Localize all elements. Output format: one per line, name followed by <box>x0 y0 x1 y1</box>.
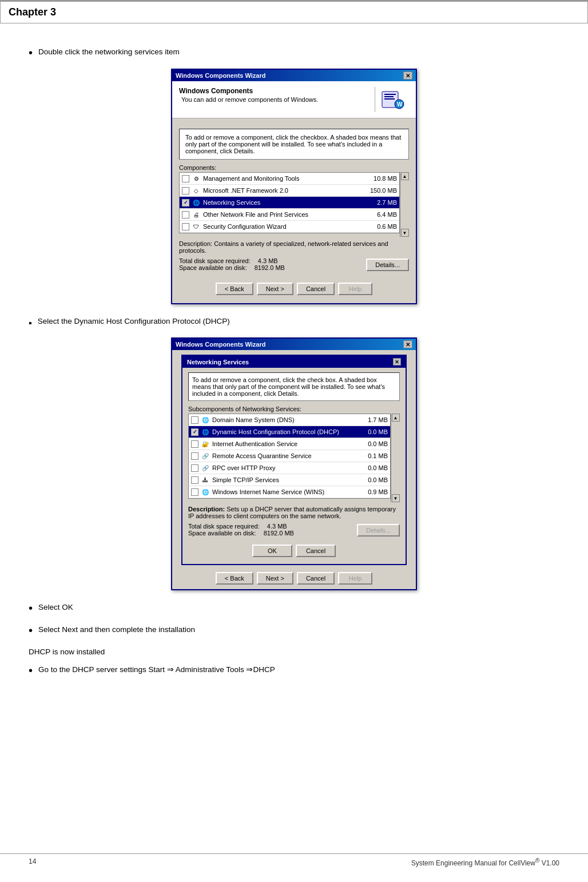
dialog1: Windows Components Wizard ✕ Windows Comp… <box>171 69 417 304</box>
dialog1-back-btn[interactable]: < Back <box>216 283 253 295</box>
bullet-5-text: Go to the DHCP server settings Start ⇒ A… <box>38 664 275 676</box>
dialog1-btn-row: < Back Next > Cancel Help <box>179 279 409 297</box>
subcomp-name-5: Simple TCP/IP Services <box>212 476 362 483</box>
cb-3[interactable] <box>182 211 189 218</box>
comp-name-4: Security Configuration Wizard <box>203 223 371 230</box>
scroll-up[interactable]: ▲ <box>401 172 409 180</box>
dialog2-inner-title: Networking Services <box>187 359 249 365</box>
subcomp-name-6: Windows Internet Name Service (WINS) <box>212 488 362 495</box>
component-item-3[interactable]: 🖨 Other Network File and Print Services … <box>180 209 399 221</box>
disk2-req-label: Total disk space required: <box>188 523 260 530</box>
svg-rect-2 <box>384 96 394 97</box>
comp-name-1: Microsoft .NET Framework 2.0 <box>203 187 364 194</box>
comp-size-2: 2.7 MB <box>371 199 397 206</box>
icon-1: ◇ <box>192 186 201 195</box>
dialog2-outer-btn-row: < Back Next > Cancel Help <box>172 570 416 589</box>
sub-icon-0: 🌐 <box>201 415 210 424</box>
dialog1-inner-panel: To add or remove a component, click the … <box>179 129 409 160</box>
subcomp-item-6[interactable]: 🌐 Windows Internet Name Service (WINS) 0… <box>189 486 390 498</box>
component-item-4[interactable]: 🛡 Security Configuration Wizard 0.6 MB <box>180 221 399 233</box>
dialog2-outer-cancel-btn[interactable]: Cancel <box>297 572 335 585</box>
dialog1-wizard-icon: W <box>380 87 405 112</box>
sub-cb-6[interactable] <box>191 488 198 496</box>
sub-cb-4[interactable] <box>191 464 198 472</box>
dialog2-desc-label: Description: <box>188 506 225 512</box>
subcomp-size-6: 0.9 MB <box>362 488 388 495</box>
dialog2-inner-body: To add or remove a component, click the … <box>182 368 406 564</box>
sub-cb-5[interactable] <box>191 476 198 484</box>
sub-cb-0[interactable] <box>191 416 198 424</box>
component-item-0[interactable]: ⚙ Management and Monitoring Tools 10.8 M… <box>180 173 399 185</box>
subcomp-name-1: Dynamic Host Configuration Protocol (DHC… <box>212 428 362 435</box>
bullet-1-text: Double click the networking services ite… <box>38 46 180 58</box>
dialog2-outer-close[interactable]: ✕ <box>403 340 412 348</box>
subcomp-size-2: 0.0 MB <box>362 440 388 447</box>
subcomp-item-0[interactable]: 🌐 Domain Name System (DNS) 1.7 MB <box>189 414 390 426</box>
subcomp-name-2: Internet Authentication Service <box>212 440 362 447</box>
dialog2-next-btn[interactable]: Next > <box>257 572 293 585</box>
dialog2-details-btn[interactable]: Details... <box>357 524 400 537</box>
dialog1-component-list-area: ⚙ Management and Monitoring Tools 10.8 M… <box>179 172 409 237</box>
page-footer: 14 System Engineering Manual for CellVie… <box>0 853 588 871</box>
disk2-avail-val: 8192.0 MB <box>264 530 294 537</box>
dialog2-scrollbar[interactable]: ▲ ▼ <box>391 414 400 502</box>
dialog2-description: Description: Sets up a DHCP server that … <box>188 506 400 519</box>
bullet-item-3: • Select OK <box>29 602 559 616</box>
dialog1-close-btn[interactable]: ✕ <box>403 71 412 80</box>
sub-cb-2[interactable] <box>191 440 198 448</box>
icon-2: 🌐 <box>192 198 201 207</box>
bullet-3-text: Select OK <box>38 602 73 613</box>
scroll-down[interactable]: ▼ <box>401 229 409 237</box>
bullet-item-5: • Go to the DHCP server settings Start ⇒… <box>29 664 559 678</box>
dialog1-wrapper: Windows Components Wizard ✕ Windows Comp… <box>29 69 559 304</box>
subcomp-item-5[interactable]: 🖧 Simple TCP/IP Services 0.0 MB <box>189 474 390 486</box>
bullet-item-1: • Double click the networking services i… <box>29 46 559 61</box>
subcomp-item-1[interactable]: ✓ 🌐 Dynamic Host Configuration Protocol … <box>189 426 390 438</box>
dialog2-cancel-btn[interactable]: Cancel <box>296 545 336 557</box>
disk2-avail-row: Space available on disk: 8192.0 MB <box>188 530 294 537</box>
component-item-1[interactable]: ◇ Microsoft .NET Framework 2.0 150.0 MB <box>180 185 399 197</box>
dialog1-next-btn[interactable]: Next > <box>257 283 293 295</box>
dialog1-scrollbar[interactable]: ▲ ▼ <box>400 172 409 237</box>
subcomp-item-4[interactable]: 🔗 RPC over HTTP Proxy 0.0 MB <box>189 462 390 474</box>
dialog1-diskspace: Total disk space required: 4.3 MB Space … <box>179 257 285 271</box>
footer-page-number: 14 <box>29 857 36 867</box>
dialog2-ok-btn[interactable]: OK <box>252 545 292 557</box>
dialog1-diskspace-area: Total disk space required: 4.3 MB Space … <box>179 257 409 276</box>
dialog1-details-btn[interactable]: Details... <box>366 259 409 271</box>
comp-size-1: 150.0 MB <box>364 187 397 194</box>
cb-4[interactable] <box>182 223 189 231</box>
sub-scroll-down[interactable]: ▼ <box>392 494 400 502</box>
dialog1-cancel-btn[interactable]: Cancel <box>297 283 335 295</box>
disk-req-val: 4.3 MB <box>258 257 278 264</box>
dialog1-section-title: Windows Components <box>179 87 375 95</box>
sub-icon-5: 🖧 <box>201 475 210 484</box>
disk-avail-label: Space available on disk: <box>179 264 247 271</box>
dialog1-body: To add or remove a component, click the … <box>172 123 416 303</box>
sub-cb-3[interactable] <box>191 452 198 460</box>
comp-size-0: 10.8 MB <box>368 175 397 182</box>
bullet-2-dot: ▪ <box>29 317 32 329</box>
sub-cb-1[interactable]: ✓ <box>191 428 198 436</box>
sub-scroll-up[interactable]: ▲ <box>392 414 400 422</box>
dialog1-titlebar: Windows Components Wizard ✕ <box>172 70 416 81</box>
disk-avail-row: Space available on disk: 8192.0 MB <box>179 264 285 271</box>
dialog2-back-btn[interactable]: < Back <box>216 572 253 585</box>
disk2-req-val: 4.3 MB <box>267 523 287 530</box>
dialog1-title: Windows Components Wizard <box>176 72 265 79</box>
component-item-2[interactable]: ✓ 🌐 Networking Services 2.7 MB <box>180 197 399 209</box>
dialog2-inner-close[interactable]: ✕ <box>393 358 401 365</box>
cb-1[interactable] <box>182 187 189 194</box>
subcomp-size-1: 0.0 MB <box>362 428 388 435</box>
cb-0[interactable] <box>182 175 189 182</box>
dialog2-help-btn[interactable]: Help <box>338 572 372 585</box>
dialog1-top-section: Windows Components You can add or remove… <box>172 81 416 118</box>
bullet-item-2: ▪ Select the Dynamic Host Configuration … <box>29 316 559 329</box>
dialog2-diskspace-area: Total disk space required: 4.3 MB Space … <box>188 523 400 541</box>
bullet-3-dot: • <box>29 600 33 616</box>
dialog1-help-btn[interactable]: Help <box>338 283 372 295</box>
subcomp-item-3[interactable]: 🔗 Remote Access Quarantine Service 0.1 M… <box>189 450 390 462</box>
subcomp-item-2[interactable]: 🔐 Internet Authentication Service 0.0 MB <box>189 438 390 450</box>
dialog2-wrapper: Windows Components Wizard ✕ Networking S… <box>29 337 559 590</box>
cb-2[interactable]: ✓ <box>182 199 189 206</box>
